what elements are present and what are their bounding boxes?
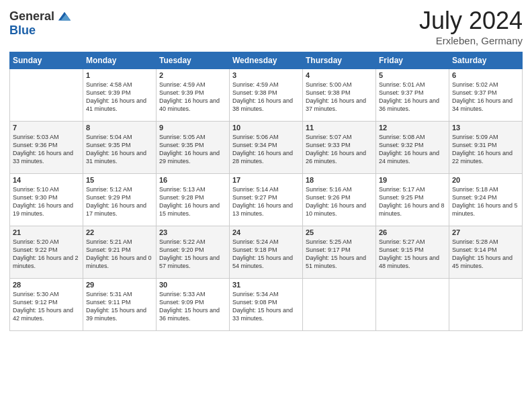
cell-info: Sunrise: 4:59 AMSunset: 9:39 PMDaylight:… — [159, 81, 226, 113]
day-number: 20 — [452, 176, 519, 184]
calendar-cell: 26 Sunrise: 5:27 AMSunset: 9:15 PMDaylig… — [376, 226, 449, 279]
page-container: General Blue July 2024 Erxleben, Germany… — [0, 0, 532, 338]
calendar-cell — [449, 279, 523, 331]
calendar-cell — [376, 279, 449, 331]
cell-info: Sunrise: 5:22 AMSunset: 9:20 PMDaylight:… — [159, 238, 226, 271]
calendar-cell: 16 Sunrise: 5:13 AMSunset: 9:28 PMDaylig… — [157, 174, 230, 226]
day-number: 12 — [379, 124, 446, 132]
day-number: 9 — [159, 124, 226, 132]
calendar-cell: 29 Sunrise: 5:31 AMSunset: 9:11 PMDaylig… — [83, 279, 157, 331]
cell-info: Sunrise: 5:18 AMSunset: 9:24 PMDaylight:… — [452, 185, 519, 218]
day-number: 24 — [232, 228, 300, 236]
day-number: 4 — [306, 71, 373, 79]
cell-info: Sunrise: 5:07 AMSunset: 9:33 PMDaylight:… — [306, 133, 373, 166]
calendar-cell: 15 Sunrise: 5:12 AMSunset: 9:29 PMDaylig… — [83, 174, 157, 226]
cell-info: Sunrise: 5:33 AMSunset: 9:09 PMDaylight:… — [159, 290, 226, 323]
day-number: 25 — [306, 228, 373, 236]
cell-info: Sunrise: 5:34 AMSunset: 9:08 PMDaylight:… — [232, 290, 300, 323]
calendar-week-1: 1 Sunrise: 4:58 AMSunset: 9:39 PMDayligh… — [10, 69, 523, 122]
day-number: 30 — [159, 281, 226, 289]
logo-icon — [57, 9, 72, 24]
cell-info: Sunrise: 5:09 AMSunset: 9:31 PMDaylight:… — [452, 133, 519, 166]
day-number: 27 — [452, 228, 519, 236]
calendar-cell: 11 Sunrise: 5:07 AMSunset: 9:33 PMDaylig… — [303, 122, 376, 174]
cell-info: Sunrise: 5:05 AMSunset: 9:35 PMDaylight:… — [159, 133, 226, 166]
cell-info: Sunrise: 5:24 AMSunset: 9:18 PMDaylight:… — [232, 238, 300, 271]
title-area: July 2024 Erxleben, Germany — [419, 7, 523, 46]
header: General Blue July 2024 Erxleben, Germany — [9, 7, 523, 46]
calendar-cell: 20 Sunrise: 5:18 AMSunset: 9:24 PMDaylig… — [449, 174, 523, 226]
cell-info: Sunrise: 5:31 AMSunset: 9:11 PMDaylight:… — [86, 290, 153, 323]
calendar-table: Sunday Monday Tuesday Wednesday Thursday… — [9, 52, 523, 331]
calendar-cell: 18 Sunrise: 5:16 AMSunset: 9:26 PMDaylig… — [303, 174, 376, 226]
cell-info: Sunrise: 5:04 AMSunset: 9:35 PMDaylight:… — [86, 133, 153, 166]
cell-info: Sunrise: 5:03 AMSunset: 9:36 PMDaylight:… — [13, 133, 80, 166]
calendar-cell: 30 Sunrise: 5:33 AMSunset: 9:09 PMDaylig… — [157, 279, 230, 331]
calendar-cell: 3 Sunrise: 4:59 AMSunset: 9:38 PMDayligh… — [230, 69, 303, 122]
day-number: 31 — [232, 281, 300, 289]
calendar-cell: 21 Sunrise: 5:20 AMSunset: 9:22 PMDaylig… — [10, 226, 83, 279]
day-number: 17 — [232, 176, 300, 184]
calendar-cell: 23 Sunrise: 5:22 AMSunset: 9:20 PMDaylig… — [157, 226, 230, 279]
month-title: July 2024 — [419, 7, 523, 35]
col-thursday: Thursday — [303, 52, 376, 69]
calendar-cell: 12 Sunrise: 5:08 AMSunset: 9:32 PMDaylig… — [376, 122, 449, 174]
calendar-week-3: 14 Sunrise: 5:10 AMSunset: 9:30 PMDaylig… — [10, 174, 523, 226]
cell-info: Sunrise: 5:14 AMSunset: 9:27 PMDaylight:… — [232, 185, 300, 218]
calendar-cell: 6 Sunrise: 5:02 AMSunset: 9:37 PMDayligh… — [449, 69, 523, 122]
day-number: 22 — [86, 228, 153, 236]
calendar-cell: 24 Sunrise: 5:24 AMSunset: 9:18 PMDaylig… — [230, 226, 303, 279]
calendar-week-5: 28 Sunrise: 5:30 AMSunset: 9:12 PMDaylig… — [10, 279, 523, 331]
col-sunday: Sunday — [10, 52, 83, 69]
calendar-cell: 8 Sunrise: 5:04 AMSunset: 9:35 PMDayligh… — [83, 122, 157, 174]
calendar-cell: 27 Sunrise: 5:28 AMSunset: 9:14 PMDaylig… — [449, 226, 523, 279]
cell-info: Sunrise: 5:06 AMSunset: 9:34 PMDaylight:… — [232, 133, 300, 166]
cell-info: Sunrise: 5:10 AMSunset: 9:30 PMDaylight:… — [13, 185, 80, 218]
calendar-week-2: 7 Sunrise: 5:03 AMSunset: 9:36 PMDayligh… — [10, 122, 523, 174]
col-wednesday: Wednesday — [230, 52, 303, 69]
col-saturday: Saturday — [449, 52, 523, 69]
cell-info: Sunrise: 5:30 AMSunset: 9:12 PMDaylight:… — [13, 290, 80, 323]
calendar-cell: 1 Sunrise: 4:58 AMSunset: 9:39 PMDayligh… — [83, 69, 157, 122]
col-friday: Friday — [376, 52, 449, 69]
cell-info: Sunrise: 5:16 AMSunset: 9:26 PMDaylight:… — [306, 185, 373, 218]
day-number: 19 — [379, 176, 446, 184]
day-number: 10 — [232, 124, 300, 132]
calendar-cell: 14 Sunrise: 5:10 AMSunset: 9:30 PMDaylig… — [10, 174, 83, 226]
calendar-cell: 22 Sunrise: 5:21 AMSunset: 9:21 PMDaylig… — [83, 226, 157, 279]
day-number: 16 — [159, 176, 226, 184]
calendar-cell — [303, 279, 376, 331]
logo-blue-text: Blue — [9, 24, 36, 37]
calendar-cell: 13 Sunrise: 5:09 AMSunset: 9:31 PMDaylig… — [449, 122, 523, 174]
calendar-cell: 28 Sunrise: 5:30 AMSunset: 9:12 PMDaylig… — [10, 279, 83, 331]
calendar-cell — [10, 69, 83, 122]
day-number: 3 — [232, 71, 300, 79]
day-number: 7 — [13, 124, 80, 132]
calendar-cell: 19 Sunrise: 5:17 AMSunset: 9:25 PMDaylig… — [376, 174, 449, 226]
cell-info: Sunrise: 5:20 AMSunset: 9:22 PMDaylight:… — [13, 238, 80, 271]
cell-info: Sunrise: 5:28 AMSunset: 9:14 PMDaylight:… — [452, 238, 519, 271]
calendar-cell: 25 Sunrise: 5:25 AMSunset: 9:17 PMDaylig… — [303, 226, 376, 279]
day-number: 29 — [86, 281, 153, 289]
day-number: 2 — [159, 71, 226, 79]
col-tuesday: Tuesday — [157, 52, 230, 69]
calendar-cell: 31 Sunrise: 5:34 AMSunset: 9:08 PMDaylig… — [230, 279, 303, 331]
day-number: 11 — [306, 124, 373, 132]
day-number: 13 — [452, 124, 519, 132]
cell-info: Sunrise: 4:58 AMSunset: 9:39 PMDaylight:… — [86, 81, 153, 113]
day-number: 28 — [13, 281, 80, 289]
day-number: 23 — [159, 228, 226, 236]
calendar-cell: 17 Sunrise: 5:14 AMSunset: 9:27 PMDaylig… — [230, 174, 303, 226]
cell-info: Sunrise: 5:08 AMSunset: 9:32 PMDaylight:… — [379, 133, 446, 166]
calendar-cell: 10 Sunrise: 5:06 AMSunset: 9:34 PMDaylig… — [230, 122, 303, 174]
cell-info: Sunrise: 5:17 AMSunset: 9:25 PMDaylight:… — [379, 185, 446, 218]
cell-info: Sunrise: 4:59 AMSunset: 9:38 PMDaylight:… — [232, 81, 300, 113]
day-number: 14 — [13, 176, 80, 184]
calendar-cell: 9 Sunrise: 5:05 AMSunset: 9:35 PMDayligh… — [157, 122, 230, 174]
cell-info: Sunrise: 5:25 AMSunset: 9:17 PMDaylight:… — [306, 238, 373, 271]
logo: General Blue — [9, 9, 72, 38]
cell-info: Sunrise: 5:12 AMSunset: 9:29 PMDaylight:… — [86, 185, 153, 218]
day-number: 26 — [379, 228, 446, 236]
day-number: 5 — [379, 71, 446, 79]
day-number: 18 — [306, 176, 373, 184]
